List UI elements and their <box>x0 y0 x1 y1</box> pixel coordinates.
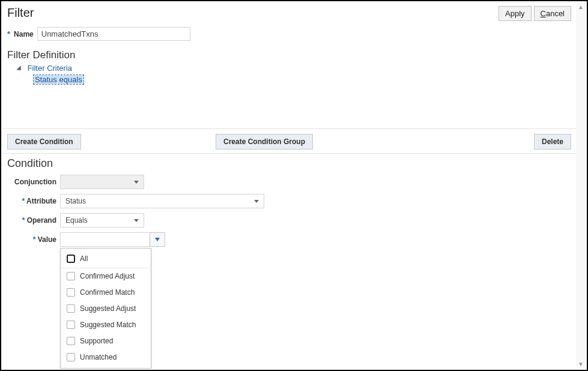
operand-value: Equals <box>65 216 88 225</box>
attribute-label: * Attribute <box>7 197 60 205</box>
value-dropdown: All Confirmed Adjust Confirmed Match <box>60 248 151 369</box>
checkbox-icon <box>67 272 75 280</box>
content-area: Filter Apply Cancel * Name Filter Defini… <box>2 2 576 369</box>
operand-label: * Operand <box>7 216 60 225</box>
value-option-confirmed-match[interactable]: Confirmed Match <box>61 285 151 301</box>
cancel-button[interactable]: Cancel <box>534 6 571 21</box>
value-label-text: Value <box>38 235 56 244</box>
cancel-rest: ancel <box>546 9 565 18</box>
chevron-down-icon <box>254 200 259 203</box>
value-option-unmatched[interactable]: Unmatched <box>61 349 151 366</box>
chevron-down-icon <box>134 181 139 184</box>
operand-row: * Operand Equals <box>7 213 571 228</box>
value-row: * Value All Confirmed Adjust <box>7 232 571 247</box>
name-label: Name <box>14 30 34 38</box>
action-bar: Create Condition Create Condition Group … <box>2 128 576 154</box>
header: Filter Apply Cancel <box>2 2 576 21</box>
app-frame: Filter Apply Cancel * Name Filter Defini… <box>0 0 588 371</box>
attribute-value: Status <box>65 197 86 205</box>
checkbox-icon <box>67 288 75 297</box>
create-condition-button[interactable]: Create Condition <box>7 134 81 149</box>
filter-criteria-tree: Filter Criteria Status equals <box>2 64 576 86</box>
create-condition-group-button[interactable]: Create Condition Group <box>216 134 313 149</box>
scroll-up-icon[interactable]: ▲ <box>578 2 584 11</box>
conjunction-label: Conjunction <box>7 178 60 186</box>
option-label: Supported <box>80 337 113 345</box>
option-label: Suggested Adjust <box>80 304 136 313</box>
page-title: Filter <box>7 6 34 20</box>
required-indicator: * <box>7 29 10 38</box>
option-label: Confirmed Match <box>80 288 135 297</box>
delete-button[interactable]: Delete <box>534 134 571 149</box>
cancel-hotkey: C <box>541 9 546 18</box>
apply-button[interactable]: Apply <box>499 6 532 21</box>
tree-selected-criterion[interactable]: Status equals <box>34 75 83 84</box>
value-option-confirmed-adjust[interactable]: Confirmed Adjust <box>61 268 151 285</box>
checkbox-icon <box>67 304 75 313</box>
triangle-down-icon <box>155 238 160 241</box>
vertical-scrollbar[interactable]: ▲ ▼ <box>576 2 586 369</box>
checkbox-icon <box>67 337 75 345</box>
value-dropdown-toggle[interactable] <box>150 232 165 247</box>
value-input[interactable] <box>60 232 150 247</box>
value-option-suggested-adjust[interactable]: Suggested Adjust <box>61 301 151 317</box>
value-option-suggested-match[interactable]: Suggested Match <box>61 317 151 333</box>
attribute-select[interactable]: Status <box>60 194 264 208</box>
option-label: Confirmed Adjust <box>80 272 135 280</box>
tree-child-row[interactable]: Status equals <box>17 73 571 86</box>
scroll-down-icon[interactable]: ▼ <box>578 360 584 369</box>
checkbox-icon <box>67 255 75 263</box>
filter-definition-title: Filter Definition <box>2 43 576 64</box>
value-option-supported[interactable]: Supported <box>61 333 151 349</box>
conjunction-select[interactable] <box>60 175 144 189</box>
header-buttons: Apply Cancel <box>499 6 571 21</box>
operand-label-text: Operand <box>27 216 56 225</box>
name-row: * Name <box>2 21 576 43</box>
tree-root-row[interactable]: Filter Criteria <box>17 64 571 73</box>
attribute-row: * Attribute Status <box>7 194 571 208</box>
condition-title: Condition <box>7 157 571 170</box>
option-label: All <box>80 255 88 263</box>
collapse-icon[interactable] <box>16 65 23 72</box>
option-label: Unmatched <box>80 353 117 361</box>
chevron-down-icon <box>134 219 139 222</box>
conjunction-row: Conjunction <box>7 175 571 189</box>
name-input[interactable] <box>37 27 190 41</box>
checkbox-icon <box>67 321 75 329</box>
tree-root-label[interactable]: Filter Criteria <box>28 64 72 73</box>
option-label: Suggested Match <box>80 321 136 329</box>
value-option-all[interactable]: All <box>61 251 151 268</box>
checkbox-icon <box>67 353 75 361</box>
attribute-label-text: Attribute <box>26 197 56 205</box>
operand-select[interactable]: Equals <box>60 213 144 228</box>
value-wrap: All Confirmed Adjust Confirmed Match <box>60 232 165 247</box>
condition-block: Condition Conjunction * Attribute Status… <box>2 154 576 255</box>
value-label: * Value <box>7 235 60 244</box>
